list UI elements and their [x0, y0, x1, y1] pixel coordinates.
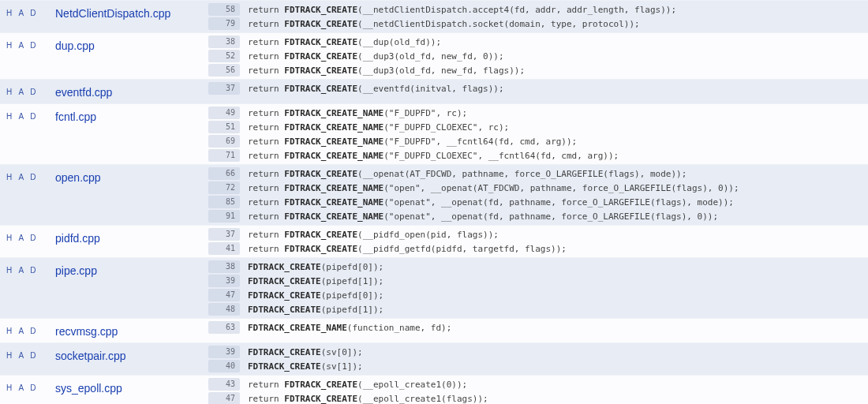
line-number[interactable]: 48 — [208, 303, 240, 316]
file-link[interactable]: dup.cpp — [55, 38, 95, 52]
code-text: return FDTRACK_CREATE_NAME("openat", __o… — [248, 211, 718, 222]
code-line[interactable]: 52return FDTRACK_CREATE(__dup3(old_fd, n… — [208, 49, 868, 63]
file-flags-text: H A D — [6, 84, 39, 96]
file-link[interactable]: socketpair.cpp — [55, 348, 126, 362]
line-number[interactable]: 79 — [208, 17, 240, 30]
line-number[interactable]: 58 — [208, 3, 240, 16]
code-line[interactable]: 41return FDTRACK_CREATE(__pidfd_getfd(pi… — [208, 241, 868, 256]
code-line[interactable]: 91return FDTRACK_CREATE_NAME("openat", _… — [208, 209, 868, 223]
code-line[interactable]: 38FDTRACK_CREATE(pipefd[0]); — [208, 260, 868, 274]
code-text: return FDTRACK_CREATE(__epoll_create1(fl… — [248, 394, 488, 404]
line-number[interactable]: 37 — [208, 228, 240, 241]
file-flags[interactable]: H A D — [0, 343, 52, 375]
code-line[interactable]: 58return FDTRACK_CREATE(__netdClientDisp… — [208, 2, 868, 17]
code-line[interactable]: 51return FDTRACK_CREATE_NAME("F_DUPFD_CL… — [208, 120, 868, 134]
line-number[interactable]: 37 — [208, 82, 240, 95]
file-link[interactable]: pipe.cpp — [55, 263, 97, 277]
code-lines: 66return FDTRACK_CREATE(__openat(AT_FDCW… — [208, 165, 868, 225]
code-line[interactable]: 63FDTRACK_CREATE_NAME(function_name, fd)… — [208, 320, 868, 335]
line-number[interactable]: 66 — [208, 167, 240, 180]
code-text: FDTRACK_CREATE(pipefd[1]); — [248, 276, 383, 286]
code-line[interactable]: 37return FDTRACK_CREATE(__eventfd(initva… — [208, 81, 868, 95]
line-number[interactable]: 39 — [208, 275, 240, 287]
code-text: return FDTRACK_CREATE(__netdClientDispat… — [248, 5, 676, 15]
file-link[interactable]: NetdClientDispatch.cpp — [55, 6, 170, 20]
code-lines: 38FDTRACK_CREATE(pipefd[0]);39FDTRACK_CR… — [208, 258, 868, 318]
line-number[interactable]: 63 — [208, 321, 240, 334]
line-number[interactable]: 39 — [208, 346, 240, 358]
line-number[interactable]: 91 — [208, 210, 240, 223]
code-line[interactable]: 85return FDTRACK_CREATE_NAME("openat", _… — [208, 195, 868, 209]
code-line[interactable]: 39FDTRACK_CREATE(sv[0]); — [208, 345, 868, 359]
file-flags[interactable]: H A D — [0, 319, 52, 342]
code-post: (__netdClientDispatch.socket(domain, typ… — [357, 19, 640, 29]
file-block: H A Drecvmsg.cpp63FDTRACK_CREATE_NAME(fu… — [0, 318, 868, 342]
line-number[interactable]: 41 — [208, 242, 240, 255]
line-number[interactable]: 47 — [208, 392, 240, 404]
code-line[interactable]: 38return FDTRACK_CREATE(__dup(old_fd)); — [208, 35, 868, 49]
code-text: FDTRACK_CREATE_NAME(function_name, fd); — [248, 323, 451, 333]
file-flags[interactable]: H A D — [0, 80, 52, 103]
code-line[interactable]: 47FDTRACK_CREATE(pipefd[0]); — [208, 288, 868, 302]
code-post: (__dup3(old_fd, new_fd, flags)); — [357, 65, 525, 76]
line-number[interactable]: 85 — [208, 196, 240, 208]
code-match: FDTRACK_CREATE — [284, 380, 357, 390]
line-number[interactable]: 52 — [208, 50, 240, 62]
file-block: H A Deventfd.cpp37return FDTRACK_CREATE(… — [0, 79, 868, 103]
file-link[interactable]: eventfd.cpp — [55, 84, 112, 99]
code-line[interactable]: 69return FDTRACK_CREATE_NAME("F_DUPFD", … — [208, 134, 868, 148]
code-lines: 37return FDTRACK_CREATE(__pidfd_open(pid… — [208, 226, 868, 257]
file-flags[interactable]: H A D — [0, 226, 52, 257]
code-line[interactable]: 72return FDTRACK_CREATE_NAME("open", __o… — [208, 181, 868, 195]
code-match: FDTRACK_CREATE — [248, 262, 321, 272]
line-number[interactable]: 72 — [208, 181, 240, 194]
line-number[interactable]: 38 — [208, 260, 240, 273]
file-flags-text: H A D — [6, 348, 39, 360]
code-line[interactable]: 47return FDTRACK_CREATE(__epoll_create1(… — [208, 391, 868, 404]
line-number[interactable]: 40 — [208, 360, 240, 372]
code-post: ("openat", __openat(fd, pathname, force_… — [383, 197, 734, 208]
file-flags[interactable]: H A D — [0, 33, 52, 79]
code-lines: 58return FDTRACK_CREATE(__netdClientDisp… — [208, 1, 868, 32]
code-lines: 63FDTRACK_CREATE_NAME(function_name, fd)… — [208, 319, 868, 342]
code-text: return FDTRACK_CREATE(__dup3(old_fd, new… — [248, 51, 504, 62]
file-flags[interactable]: H A D — [0, 104, 52, 164]
code-line[interactable]: 56return FDTRACK_CREATE(__dup3(old_fd, n… — [208, 63, 868, 77]
file-flags[interactable]: H A D — [0, 165, 52, 225]
code-line[interactable]: 71return FDTRACK_CREATE_NAME("F_DUPFD_CL… — [208, 148, 868, 163]
code-line[interactable]: 48FDTRACK_CREATE(pipefd[1]); — [208, 302, 868, 316]
code-line[interactable]: 39FDTRACK_CREATE(pipefd[1]); — [208, 274, 868, 288]
file-flags-text: H A D — [6, 263, 39, 275]
code-post: (function_name, fd); — [347, 323, 451, 333]
file-link[interactable]: sys_epoll.cpp — [55, 380, 122, 395]
file-name-cell: dup.cpp — [52, 33, 208, 79]
file-flags[interactable]: H A D — [0, 376, 52, 404]
line-number[interactable]: 56 — [208, 64, 240, 77]
code-line[interactable]: 43return FDTRACK_CREATE(__epoll_create1(… — [208, 377, 868, 391]
file-link[interactable]: open.cpp — [55, 170, 101, 184]
code-line[interactable]: 66return FDTRACK_CREATE(__openat(AT_FDCW… — [208, 166, 868, 181]
line-number[interactable]: 71 — [208, 149, 240, 162]
code-post: ("F_DUPFD", rc); — [383, 108, 467, 118]
file-flags-text: H A D — [6, 170, 39, 181]
line-number[interactable]: 47 — [208, 289, 240, 301]
code-pre: return — [248, 211, 284, 222]
code-line[interactable]: 37return FDTRACK_CREATE(__pidfd_open(pid… — [208, 227, 868, 241]
code-line[interactable]: 49return FDTRACK_CREATE_NAME("F_DUPFD", … — [208, 106, 868, 120]
file-link[interactable]: recvmsg.cpp — [55, 324, 118, 338]
line-number[interactable]: 69 — [208, 135, 240, 148]
file-flags[interactable]: H A D — [0, 1, 52, 32]
line-number[interactable]: 51 — [208, 121, 240, 133]
line-number[interactable]: 49 — [208, 107, 240, 119]
code-post: (sv[0]); — [321, 347, 363, 357]
file-name-cell: sys_epoll.cpp — [52, 376, 208, 404]
file-flags[interactable]: H A D — [0, 258, 52, 318]
file-flags-text: H A D — [6, 380, 39, 392]
file-link[interactable]: fcntl.cpp — [55, 109, 96, 123]
code-line[interactable]: 79return FDTRACK_CREATE(__netdClientDisp… — [208, 17, 868, 31]
code-line[interactable]: 40FDTRACK_CREATE(sv[1]); — [208, 359, 868, 373]
line-number[interactable]: 43 — [208, 378, 240, 391]
code-text: return FDTRACK_CREATE(__netdClientDispat… — [248, 19, 640, 29]
file-link[interactable]: pidfd.cpp — [55, 230, 100, 245]
line-number[interactable]: 38 — [208, 36, 240, 48]
